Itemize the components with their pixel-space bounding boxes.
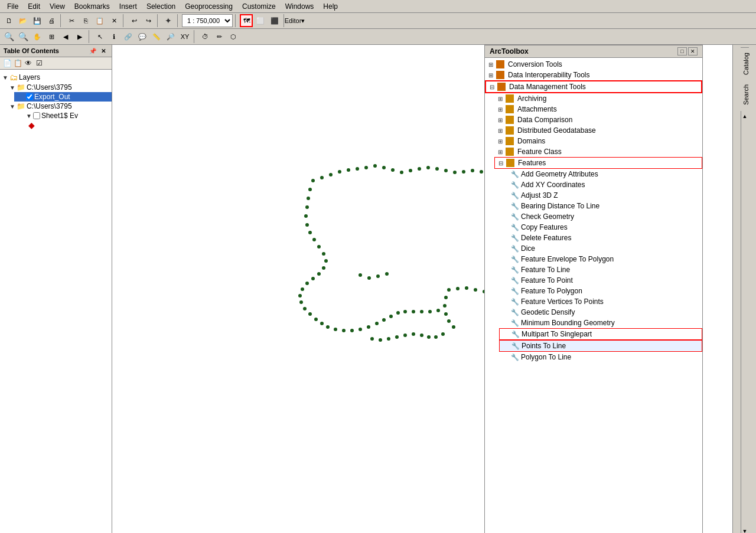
arctoolbox-body[interactable]: ⊞ Conversion Tools ⊞ Data Interoperabili… (485, 58, 702, 533)
folder1-header[interactable]: ▼ 📁 C:\Users\3795 (7, 83, 112, 92)
measure-btn[interactable]: 📏 (150, 30, 163, 43)
data-interop-header[interactable]: ⊞ Data Interoperability Tools (485, 70, 702, 80)
hyperlink-btn[interactable]: 🔗 (122, 30, 135, 43)
data-comparison-header[interactable]: ⊞ Data Comparison (494, 115, 702, 125)
add-data-button[interactable]: ✦ (162, 14, 175, 27)
toc-view-list-btn[interactable]: 📄 (2, 58, 12, 68)
active-tool-button[interactable]: 🗺 (240, 14, 253, 27)
zoom-in-btn[interactable]: 🔍 (2, 30, 15, 43)
editor-dropdown[interactable]: Editor▾ (288, 14, 301, 27)
tool-multipart-to-single[interactable]: 🔧 Multipart To Singlepart (499, 328, 702, 340)
copy-button[interactable]: ⎘ (79, 14, 92, 27)
fwd-extent-btn[interactable]: ▶ (73, 30, 86, 43)
menu-windows[interactable]: Windows (281, 1, 319, 12)
tool-dice[interactable]: 🔧 Dice (499, 243, 702, 254)
menu-customize[interactable]: Customize (237, 1, 281, 12)
toc-view-visibility-btn[interactable]: 👁 (24, 58, 33, 68)
menu-view[interactable]: View (45, 1, 70, 12)
tool-feature-to-line[interactable]: 🔧 Feature To Line (499, 264, 702, 275)
tool-points-to-line[interactable]: 🔧 Points To Line (499, 340, 702, 352)
layer-effects-btn[interactable]: ⬡ (227, 30, 240, 43)
zoom-out-btn[interactable]: 🔍 (17, 30, 30, 43)
paste-button[interactable]: 📋 (93, 14, 106, 27)
toc-pin-icon[interactable]: 📌 (88, 46, 97, 55)
attachments-header[interactable]: ⊞ Attachments (494, 104, 702, 115)
tool-add-geometry-attrs[interactable]: 🔧 Add Geometry Attributes (499, 169, 702, 179)
toc-view-source-btn[interactable]: 📋 (13, 58, 22, 68)
menu-bookmarks[interactable]: Bookmarks (70, 1, 115, 12)
toc-view-selection-btn[interactable]: ☑ (34, 58, 44, 68)
arctoolbox-maximize-btn[interactable]: □ (677, 47, 687, 55)
pan-btn[interactable]: ✋ (31, 30, 44, 43)
time-slider-btn[interactable]: ⏱ (198, 30, 211, 43)
layer1-checkbox[interactable] (26, 93, 33, 100)
tool-copy-features[interactable]: 🔧 Copy Features (499, 222, 702, 233)
full-extent-btn[interactable]: ⊞ (45, 30, 58, 43)
tool-delete-features[interactable]: 🔧 Delete Features (499, 233, 702, 243)
tool-feature-envelope[interactable]: 🔧 Feature Envelope To Polygon (499, 254, 702, 264)
redo-button[interactable]: ↪ (142, 14, 155, 27)
layers-header[interactable]: ▼ 🗂 Layers (0, 72, 112, 83)
features-header[interactable]: ⊟ Features (494, 157, 702, 169)
delete-button[interactable]: ✕ (107, 14, 120, 27)
sidebar-scroll-up[interactable]: ▲ (742, 113, 748, 119)
catalog-tab[interactable]: Catalog (741, 47, 749, 80)
svg-point-62 (308, 312, 312, 316)
back-extent-btn[interactable]: ◀ (59, 30, 72, 43)
arctoolbox-header: ArcToolbox □ ✕ (485, 45, 702, 58)
map-tool3[interactable]: ⬛ (268, 14, 281, 27)
draw-tools-btn[interactable]: ✏ (213, 30, 226, 43)
tool-geodetic-densify[interactable]: 🔧 Geodetic Densify (499, 307, 702, 318)
menu-insert[interactable]: Insert (115, 1, 142, 12)
undo-button[interactable]: ↩ (128, 14, 141, 27)
menu-help[interactable]: Help (318, 1, 343, 12)
tool-adjust-3d-z[interactable]: 🔧 Adjust 3D Z (499, 190, 702, 201)
scale-dropdown[interactable]: 1 : 750,000 (182, 14, 233, 27)
arctoolbox-close-btn[interactable]: ✕ (688, 47, 698, 55)
menu-geoprocessing[interactable]: Geoprocessing (180, 1, 237, 12)
find-btn[interactable]: 🔎 (164, 30, 177, 43)
identify-btn[interactable]: ℹ (107, 30, 120, 43)
layers-folder-icon: 🗂 (9, 73, 18, 82)
tool-label-copy: Copy Features (521, 223, 568, 231)
select-features-btn[interactable]: ↖ (93, 30, 106, 43)
tool-feature-to-polygon[interactable]: 🔧 Feature To Polygon (499, 286, 702, 296)
distributed-geo-header[interactable]: ⊞ Distributed Geodatabase (494, 125, 702, 136)
layers-label: Layers (19, 73, 40, 81)
map-area[interactable]: ArcToolbox □ ✕ ⊞ Conversion Tools (112, 45, 732, 533)
toc-close-icon[interactable]: ✕ (99, 46, 108, 55)
tool-bearing-dist-to-line[interactable]: 🔧 Bearing Distance To Line (499, 201, 702, 211)
layer1-item[interactable]: Export_Out (14, 92, 112, 102)
folder2-header[interactable]: ▼ 📁 C:\Users\3795 (7, 102, 112, 111)
tool-add-xy-coords[interactable]: 🔧 Add XY Coordinates (499, 179, 702, 190)
menu-file[interactable]: File (2, 1, 23, 12)
tool-label-poly-line: Polygon To Line (521, 353, 571, 361)
open-button[interactable]: 📂 (17, 14, 30, 27)
domains-header[interactable]: ⊞ Domains (494, 136, 702, 146)
data-mgmt-header[interactable]: ⊟ Data Management Tools (485, 80, 702, 93)
map-tool2[interactable]: ⬜ (254, 14, 267, 27)
conversion-tools-header[interactable]: ⊞ Conversion Tools (485, 59, 702, 70)
tool-check-geometry[interactable]: 🔧 Check Geometry (499, 211, 702, 222)
folder2-icon: 📁 (17, 102, 25, 110)
feature-class-header[interactable]: ⊞ Feature Class (494, 146, 702, 157)
menu-edit[interactable]: Edit (23, 1, 45, 12)
search-tab[interactable]: Search (741, 80, 749, 110)
toc-body: ▼ 🗂 Layers ▼ 📁 C:\Users\3795 Export_Out (0, 70, 112, 533)
tool-min-bounding[interactable]: 🔧 Minimum Bounding Geometry (499, 318, 702, 328)
sidebar-scroll-down[interactable]: ▼ (742, 528, 748, 533)
layer2-checkbox[interactable] (33, 112, 40, 119)
tool-feature-to-point[interactable]: 🔧 Feature To Point (499, 275, 702, 286)
tool-feature-vertices[interactable]: 🔧 Feature Vertices To Points (499, 296, 702, 307)
layer2-item[interactable]: ▼ Sheet1$ Ev (14, 111, 112, 120)
new-button[interactable]: 🗋 (2, 14, 15, 27)
cut-button[interactable]: ✂ (65, 14, 78, 27)
save-button[interactable]: 💾 (31, 14, 44, 27)
html-popup-btn[interactable]: 💬 (136, 30, 149, 43)
print-button[interactable]: 🖨 (45, 14, 58, 27)
menu-selection[interactable]: Selection (142, 1, 180, 12)
svg-point-61 (303, 307, 307, 310)
goto-xy-btn[interactable]: XY (178, 30, 191, 43)
archiving-header[interactable]: ⊞ Archiving (494, 93, 702, 104)
tool-polygon-to-line[interactable]: 🔧 Polygon To Line (499, 352, 702, 362)
